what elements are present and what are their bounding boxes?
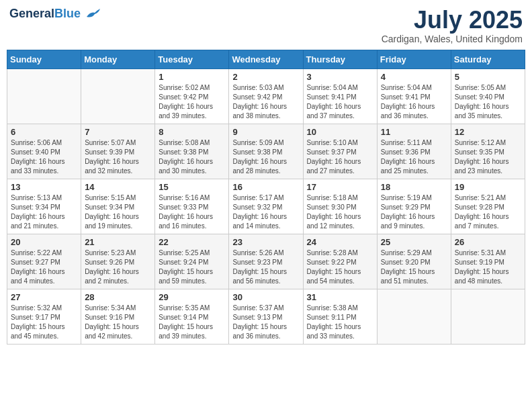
day-number: 29 (159, 292, 225, 302)
title-area: July 2025 Cardigan, Wales, United Kingdo… (382, 7, 523, 44)
day-info: Sunrise: 5:12 AM Sunset: 9:35 PM Dayligh… (455, 138, 521, 176)
day-number: 19 (455, 182, 521, 192)
calendar-cell: 27Sunrise: 5:32 AM Sunset: 9:17 PM Dayli… (7, 289, 81, 344)
day-info: Sunrise: 5:35 AM Sunset: 9:14 PM Dayligh… (159, 304, 225, 341)
calendar-cell: 18Sunrise: 5:19 AM Sunset: 9:29 PM Dayli… (377, 179, 451, 234)
calendar-cell (81, 68, 155, 124)
logo: GeneralBlue (9, 7, 100, 21)
calendar-cell: 12Sunrise: 5:12 AM Sunset: 9:35 PM Dayli… (451, 124, 525, 179)
calendar-cell: 30Sunrise: 5:37 AM Sunset: 9:13 PM Dayli… (229, 289, 303, 344)
day-info: Sunrise: 5:17 AM Sunset: 9:32 PM Dayligh… (232, 193, 299, 231)
day-info: Sunrise: 5:28 AM Sunset: 9:22 PM Dayligh… (307, 248, 373, 286)
day-info: Sunrise: 5:29 AM Sunset: 9:20 PM Dayligh… (381, 248, 447, 286)
day-number: 11 (381, 127, 447, 137)
day-info: Sunrise: 5:04 AM Sunset: 9:41 PM Dayligh… (307, 83, 373, 121)
calendar-cell: 10Sunrise: 5:10 AM Sunset: 9:37 PM Dayli… (303, 124, 377, 179)
day-number: 12 (455, 127, 521, 137)
calendar-cell (377, 289, 451, 344)
calendar-cell: 25Sunrise: 5:29 AM Sunset: 9:20 PM Dayli… (377, 234, 451, 289)
day-info: Sunrise: 5:18 AM Sunset: 9:30 PM Dayligh… (307, 193, 373, 231)
day-info: Sunrise: 5:05 AM Sunset: 9:40 PM Dayligh… (455, 83, 521, 121)
day-number: 7 (85, 127, 151, 137)
day-info: Sunrise: 5:02 AM Sunset: 9:42 PM Dayligh… (159, 83, 225, 121)
location: Cardigan, Wales, United Kingdom (382, 34, 523, 44)
day-of-week-header: Thursday (303, 50, 377, 68)
day-info: Sunrise: 5:23 AM Sunset: 9:26 PM Dayligh… (85, 248, 151, 286)
day-info: Sunrise: 5:31 AM Sunset: 9:19 PM Dayligh… (455, 248, 521, 286)
day-number: 8 (159, 127, 225, 137)
calendar-cell: 14Sunrise: 5:15 AM Sunset: 9:34 PM Dayli… (81, 179, 155, 234)
day-of-week-header: Friday (377, 50, 451, 68)
day-info: Sunrise: 5:16 AM Sunset: 9:33 PM Dayligh… (159, 193, 225, 231)
day-number: 26 (455, 237, 521, 247)
calendar-cell: 28Sunrise: 5:34 AM Sunset: 9:16 PM Dayli… (81, 289, 155, 344)
day-info: Sunrise: 5:21 AM Sunset: 9:28 PM Dayligh… (455, 193, 521, 231)
day-number: 16 (232, 182, 299, 192)
calendar-week-row: 20Sunrise: 5:22 AM Sunset: 9:27 PM Dayli… (7, 234, 525, 289)
day-of-week-header: Monday (81, 50, 155, 68)
calendar-cell: 13Sunrise: 5:13 AM Sunset: 9:34 PM Dayli… (7, 179, 81, 234)
day-number: 17 (307, 182, 373, 192)
calendar-cell: 9Sunrise: 5:09 AM Sunset: 9:38 PM Daylig… (229, 124, 303, 179)
day-number: 10 (307, 127, 373, 137)
logo-bird-icon (85, 9, 100, 19)
day-info: Sunrise: 5:10 AM Sunset: 9:37 PM Dayligh… (307, 138, 373, 176)
calendar-week-row: 6Sunrise: 5:06 AM Sunset: 9:40 PM Daylig… (7, 124, 525, 179)
day-number: 30 (232, 292, 299, 302)
calendar-cell: 16Sunrise: 5:17 AM Sunset: 9:32 PM Dayli… (229, 179, 303, 234)
calendar-cell: 23Sunrise: 5:26 AM Sunset: 9:23 PM Dayli… (229, 234, 303, 289)
day-number: 21 (85, 237, 151, 247)
calendar-cell: 8Sunrise: 5:08 AM Sunset: 9:38 PM Daylig… (155, 124, 229, 179)
day-number: 25 (381, 237, 447, 247)
day-info: Sunrise: 5:04 AM Sunset: 9:41 PM Dayligh… (381, 83, 447, 121)
calendar-cell: 17Sunrise: 5:18 AM Sunset: 9:30 PM Dayli… (303, 179, 377, 234)
day-info: Sunrise: 5:08 AM Sunset: 9:38 PM Dayligh… (159, 138, 225, 176)
day-number: 3 (307, 72, 373, 82)
day-number: 28 (85, 292, 151, 302)
day-info: Sunrise: 5:37 AM Sunset: 9:13 PM Dayligh… (232, 304, 299, 341)
day-info: Sunrise: 5:22 AM Sunset: 9:27 PM Dayligh… (11, 248, 77, 286)
day-info: Sunrise: 5:38 AM Sunset: 9:11 PM Dayligh… (307, 304, 373, 341)
calendar-cell: 7Sunrise: 5:07 AM Sunset: 9:39 PM Daylig… (81, 124, 155, 179)
day-number: 13 (11, 182, 77, 192)
day-info: Sunrise: 5:32 AM Sunset: 9:17 PM Dayligh… (11, 304, 77, 341)
calendar-cell: 26Sunrise: 5:31 AM Sunset: 9:19 PM Dayli… (451, 234, 525, 289)
calendar-cell: 6Sunrise: 5:06 AM Sunset: 9:40 PM Daylig… (7, 124, 81, 179)
day-info: Sunrise: 5:09 AM Sunset: 9:38 PM Dayligh… (232, 138, 299, 176)
day-of-week-header: Tuesday (155, 50, 229, 68)
logo-text: GeneralBlue (9, 7, 100, 21)
day-number: 15 (159, 182, 225, 192)
day-info: Sunrise: 5:07 AM Sunset: 9:39 PM Dayligh… (85, 138, 151, 176)
calendar-cell: 3Sunrise: 5:04 AM Sunset: 9:41 PM Daylig… (303, 68, 377, 124)
day-number: 31 (307, 292, 373, 302)
month-title: July 2025 (382, 7, 523, 34)
day-number: 1 (159, 72, 225, 82)
calendar-header-row: SundayMondayTuesdayWednesdayThursdayFrid… (7, 50, 525, 68)
day-number: 18 (381, 182, 447, 192)
calendar-cell: 1Sunrise: 5:02 AM Sunset: 9:42 PM Daylig… (155, 68, 229, 124)
day-number: 9 (232, 127, 299, 137)
calendar-cell: 15Sunrise: 5:16 AM Sunset: 9:33 PM Dayli… (155, 179, 229, 234)
calendar-cell: 2Sunrise: 5:03 AM Sunset: 9:42 PM Daylig… (229, 68, 303, 124)
day-of-week-header: Wednesday (229, 50, 303, 68)
day-number: 2 (232, 72, 299, 82)
day-number: 23 (232, 237, 299, 247)
calendar-cell: 4Sunrise: 5:04 AM Sunset: 9:41 PM Daylig… (377, 68, 451, 124)
calendar-week-row: 1Sunrise: 5:02 AM Sunset: 9:42 PM Daylig… (7, 68, 525, 124)
calendar-cell: 11Sunrise: 5:11 AM Sunset: 9:36 PM Dayli… (377, 124, 451, 179)
calendar-week-row: 13Sunrise: 5:13 AM Sunset: 9:34 PM Dayli… (7, 179, 525, 234)
day-of-week-header: Saturday (451, 50, 525, 68)
calendar-cell: 31Sunrise: 5:38 AM Sunset: 9:11 PM Dayli… (303, 289, 377, 344)
day-number: 22 (159, 237, 225, 247)
calendar-cell (7, 68, 81, 124)
day-number: 5 (455, 72, 521, 82)
day-number: 27 (11, 292, 77, 302)
calendar-cell: 21Sunrise: 5:23 AM Sunset: 9:26 PM Dayli… (81, 234, 155, 289)
day-number: 6 (11, 127, 77, 137)
day-info: Sunrise: 5:06 AM Sunset: 9:40 PM Dayligh… (11, 138, 77, 176)
calendar-cell: 5Sunrise: 5:05 AM Sunset: 9:40 PM Daylig… (451, 68, 525, 124)
day-info: Sunrise: 5:03 AM Sunset: 9:42 PM Dayligh… (232, 83, 299, 121)
day-info: Sunrise: 5:11 AM Sunset: 9:36 PM Dayligh… (381, 138, 447, 176)
day-info: Sunrise: 5:19 AM Sunset: 9:29 PM Dayligh… (381, 193, 447, 231)
day-number: 4 (381, 72, 447, 82)
